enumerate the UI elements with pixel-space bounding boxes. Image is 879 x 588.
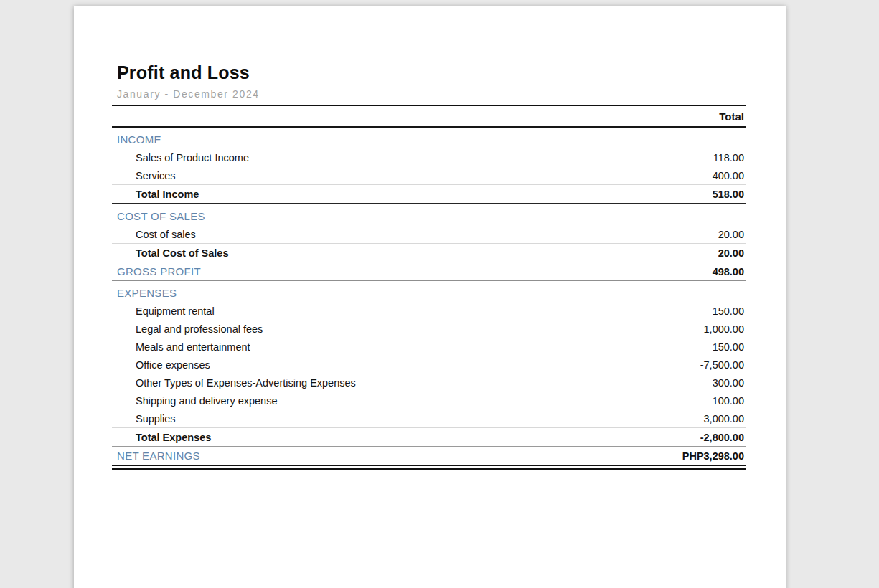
- row-value: 300.00: [713, 377, 746, 389]
- table-row-item: Supplies 3,000.00: [112, 409, 746, 427]
- row-value: 400.00: [713, 170, 746, 181]
- row-value: -7,500.00: [700, 359, 746, 371]
- report-page: Profit and Loss January - December 2024 …: [74, 6, 786, 588]
- table-row-item: Shipping and delivery expense 100.00: [112, 392, 746, 409]
- column-header-total: Total: [719, 110, 744, 123]
- row-value: 150.00: [713, 341, 746, 353]
- row-label: Office expenses: [112, 359, 210, 371]
- table-row-section: EXPENSES: [112, 284, 746, 302]
- row-value: 3,000.00: [704, 413, 746, 425]
- table-row-summary: NET EARNINGS PHP3,298.00: [112, 447, 746, 470]
- table-row-item: Cost of sales 20.00: [112, 225, 746, 243]
- table-row-item: Other Types of Expenses-Advertising Expe…: [112, 374, 746, 392]
- page-title: Profit and Loss: [112, 62, 746, 83]
- table-row-section: INCOME: [112, 131, 746, 148]
- row-label: Supplies: [112, 413, 176, 425]
- row-label: Total Income: [112, 189, 199, 200]
- table-row-total: Total Cost of Sales 20.00: [112, 243, 746, 262]
- row-label: Total Cost of Sales: [112, 247, 228, 259]
- row-label: Cost of sales: [112, 229, 196, 240]
- row-value: PHP3,298.00: [682, 450, 746, 462]
- row-label: INCOME: [112, 133, 161, 146]
- table-row-item: Meals and entertainment 150.00: [112, 338, 746, 356]
- row-label: Meals and entertainment: [112, 341, 250, 353]
- row-label: Total Expenses: [112, 432, 211, 443]
- row-label: Sales of Product Income: [112, 152, 249, 163]
- row-value: 150.00: [713, 305, 746, 317]
- table-header-row: Total: [112, 106, 746, 128]
- row-label: Legal and professional fees: [112, 323, 263, 335]
- table-row-item: Services 400.00: [112, 166, 746, 184]
- row-label: NET EARNINGS: [112, 450, 200, 462]
- report-viewport: Profit and Loss January - December 2024 …: [0, 0, 879, 588]
- row-value: 100.00: [713, 395, 746, 407]
- table-row-item: Legal and professional fees 1,000.00: [112, 320, 746, 338]
- table-row-summary: GROSS PROFIT 498.00: [112, 262, 746, 281]
- row-label: Other Types of Expenses-Advertising Expe…: [112, 377, 356, 389]
- table-row-total: Total Income 518.00: [112, 184, 746, 204]
- row-value: 20.00: [718, 247, 746, 259]
- row-value: -2,800.00: [700, 432, 746, 443]
- table-row-total: Total Expenses -2,800.00: [112, 427, 746, 447]
- report-date-range: January - December 2024: [112, 88, 746, 106]
- row-label: COST OF SALES: [112, 210, 205, 222]
- row-label: EXPENSES: [112, 287, 177, 299]
- row-value: 498.00: [713, 266, 746, 278]
- row-label: Equipment rental: [112, 305, 215, 317]
- table-row-item: Office expenses -7,500.00: [112, 356, 746, 374]
- row-label: Services: [112, 170, 176, 181]
- row-value: 518.00: [713, 189, 746, 200]
- table-row-item: Sales of Product Income 118.00: [112, 148, 746, 166]
- table-row-section: COST OF SALES: [112, 207, 746, 225]
- report-rows: INCOME Sales of Product Income 118.00 Se…: [112, 131, 746, 470]
- row-value: 1,000.00: [704, 323, 746, 335]
- row-label: Shipping and delivery expense: [112, 395, 278, 407]
- row-label: GROSS PROFIT: [112, 265, 201, 278]
- row-value: 20.00: [718, 229, 746, 240]
- table-row-item: Equipment rental 150.00: [112, 302, 746, 320]
- report-content: Profit and Loss January - December 2024 …: [112, 6, 746, 470]
- row-value: 118.00: [713, 152, 746, 163]
